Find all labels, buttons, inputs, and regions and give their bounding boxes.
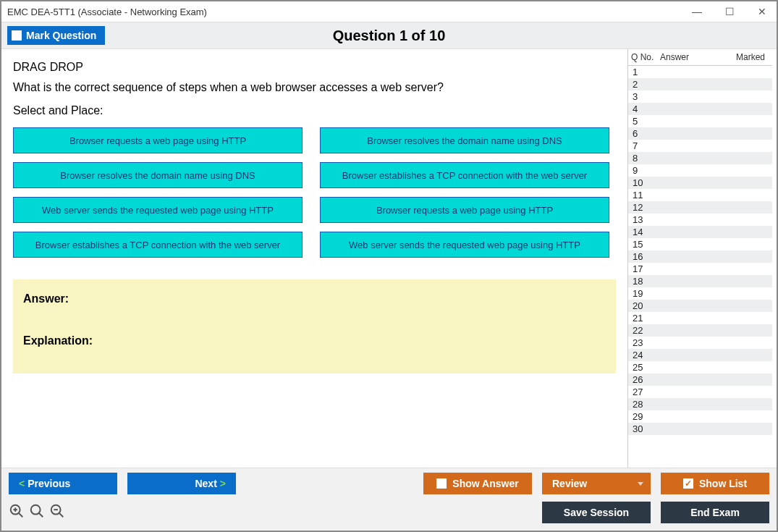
question-list-row[interactable]: 8 bbox=[628, 152, 772, 164]
question-list-row[interactable]: 24 bbox=[628, 349, 772, 361]
window-controls: ― ☐ ✕ bbox=[688, 4, 771, 19]
question-list-row[interactable]: 14 bbox=[628, 226, 772, 238]
col-marked: Marked bbox=[732, 52, 769, 62]
zoom-controls bbox=[9, 503, 65, 523]
question-list-row[interactable]: 5 bbox=[628, 115, 772, 127]
drag-drop-area: Browser requests a web page using HTTP B… bbox=[13, 127, 616, 258]
checkbox-icon bbox=[436, 478, 447, 489]
explanation-label: Explanation: bbox=[23, 334, 606, 347]
footer-row-2: Save Session End Exam bbox=[9, 502, 769, 523]
question-list-row[interactable]: 6 bbox=[628, 127, 772, 140]
window-title: EMC DEA-5TT1 (Associate - Networking Exa… bbox=[7, 7, 207, 17]
question-list-row[interactable]: 28 bbox=[628, 398, 772, 410]
question-type: DRAG DROP bbox=[13, 61, 616, 74]
question-list-row[interactable]: 16 bbox=[628, 250, 772, 263]
mark-question-label: Mark Question bbox=[26, 30, 96, 41]
question-prompt: What is the correct sequence of steps wh… bbox=[13, 81, 616, 94]
show-list-label: Show List bbox=[699, 478, 747, 489]
drag-item[interactable]: Browser requests a web page using HTTP bbox=[13, 127, 303, 153]
footer-row-1: < Previous Next > Show Answer Review ✓ S… bbox=[9, 473, 769, 494]
app-window: EMC DEA-5TT1 (Associate - Networking Exa… bbox=[0, 0, 778, 532]
question-list-row[interactable]: 7 bbox=[628, 140, 772, 152]
question-list-row[interactable]: 3 bbox=[628, 90, 772, 103]
next-label: Next bbox=[195, 478, 216, 489]
question-list-row[interactable]: 21 bbox=[628, 312, 772, 324]
minimize-icon[interactable]: ― bbox=[688, 4, 706, 19]
question-list-row[interactable]: 30 bbox=[628, 423, 772, 435]
drag-target-column: Browser resolves the domain name using D… bbox=[320, 127, 609, 258]
question-list-row[interactable]: 4 bbox=[628, 103, 772, 115]
zoom-out-icon[interactable] bbox=[49, 503, 65, 523]
show-answer-button[interactable]: Show Answer bbox=[423, 473, 532, 494]
col-answer: Answer bbox=[660, 52, 732, 62]
main-area: DRAG DROP What is the correct sequence o… bbox=[1, 49, 777, 468]
svg-line-1 bbox=[19, 512, 23, 517]
footer: < Previous Next > Show Answer Review ✓ S… bbox=[1, 468, 777, 531]
zoom-reset-icon[interactable] bbox=[29, 503, 45, 523]
question-list-row[interactable]: 13 bbox=[628, 214, 772, 226]
question-instruction: Select and Place: bbox=[13, 104, 616, 117]
svg-line-5 bbox=[39, 512, 43, 517]
question-list-row[interactable]: 23 bbox=[628, 337, 772, 349]
drag-item[interactable]: Web server sends the requested web page … bbox=[320, 232, 609, 258]
previous-button[interactable]: < Previous bbox=[9, 473, 117, 494]
drag-item[interactable]: Browser resolves the domain name using D… bbox=[13, 162, 303, 188]
review-label: Review bbox=[552, 478, 587, 489]
checked-icon: ✓ bbox=[683, 478, 693, 489]
question-list-row[interactable]: 19 bbox=[628, 287, 772, 300]
show-list-button[interactable]: ✓ Show List bbox=[661, 473, 769, 494]
save-session-label: Save Session bbox=[564, 507, 629, 518]
drag-item[interactable]: Web server sends the requested web page … bbox=[13, 197, 303, 223]
drag-item[interactable]: Browser establishes a TCP connection wit… bbox=[13, 232, 303, 258]
caret-down-icon bbox=[638, 482, 643, 486]
question-list[interactable]: 1234567891011121314151617181920212223242… bbox=[628, 66, 772, 468]
chevron-left-icon: < bbox=[19, 478, 25, 489]
col-qno: Q No. bbox=[631, 52, 660, 62]
show-answer-label: Show Answer bbox=[452, 478, 518, 489]
question-header: Question 1 of 10 bbox=[1, 28, 777, 44]
question-list-row[interactable]: 10 bbox=[628, 177, 772, 189]
question-list-row[interactable]: 17 bbox=[628, 263, 772, 275]
question-list-row[interactable]: 27 bbox=[628, 386, 772, 398]
question-list-header: Q No. Answer Marked bbox=[628, 49, 772, 66]
question-list-row[interactable]: 15 bbox=[628, 238, 772, 250]
end-exam-button[interactable]: End Exam bbox=[661, 502, 769, 523]
end-exam-label: End Exam bbox=[690, 507, 740, 518]
save-session-button[interactable]: Save Session bbox=[542, 502, 651, 523]
question-list-row[interactable]: 1 bbox=[628, 66, 772, 78]
title-bar: EMC DEA-5TT1 (Associate - Networking Exa… bbox=[1, 1, 777, 22]
chevron-right-icon: > bbox=[220, 478, 226, 489]
question-list-row[interactable]: 12 bbox=[628, 201, 772, 214]
question-list-row[interactable]: 29 bbox=[628, 410, 772, 423]
svg-point-4 bbox=[31, 504, 41, 514]
question-list-row[interactable]: 26 bbox=[628, 373, 772, 386]
question-list-pane: Q No. Answer Marked 12345678910111213141… bbox=[627, 49, 772, 468]
answer-label: Answer: bbox=[23, 292, 606, 305]
drag-source-column: Browser requests a web page using HTTP B… bbox=[13, 127, 303, 258]
review-button[interactable]: Review bbox=[542, 473, 651, 494]
answer-box: Answer: Explanation: bbox=[13, 279, 616, 373]
mark-question-button[interactable]: Mark Question bbox=[7, 26, 105, 45]
drag-item[interactable]: Browser requests a web page using HTTP bbox=[320, 197, 609, 223]
question-list-row[interactable]: 18 bbox=[628, 275, 772, 287]
svg-line-7 bbox=[59, 512, 64, 517]
previous-label: Previous bbox=[28, 478, 70, 489]
drag-item[interactable]: Browser establishes a TCP connection wit… bbox=[320, 162, 609, 188]
question-list-row[interactable]: 9 bbox=[628, 164, 772, 177]
checkbox-icon bbox=[12, 30, 22, 41]
maximize-icon[interactable]: ☐ bbox=[721, 4, 739, 19]
question-list-row[interactable]: 20 bbox=[628, 300, 772, 312]
question-list-row[interactable]: 25 bbox=[628, 361, 772, 373]
next-button[interactable]: Next > bbox=[127, 473, 236, 494]
close-icon[interactable]: ✕ bbox=[753, 4, 771, 19]
question-list-row[interactable]: 22 bbox=[628, 324, 772, 337]
top-bar: Mark Question Question 1 of 10 bbox=[1, 22, 777, 49]
question-list-row[interactable]: 2 bbox=[628, 78, 772, 90]
question-list-row[interactable]: 11 bbox=[628, 189, 772, 201]
drag-item[interactable]: Browser resolves the domain name using D… bbox=[320, 127, 609, 153]
zoom-in-icon[interactable] bbox=[9, 503, 25, 523]
question-pane: DRAG DROP What is the correct sequence o… bbox=[1, 49, 627, 468]
